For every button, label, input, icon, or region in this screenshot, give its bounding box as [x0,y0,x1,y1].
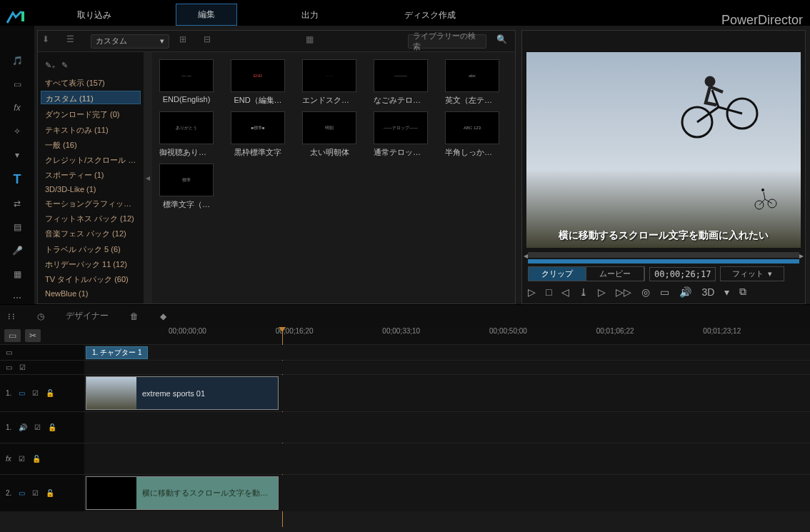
category-item[interactable]: スポーティー (1) [41,168,141,180]
chapter-marker[interactable]: 1. チャプター 1 [86,346,148,359]
scrub-left-icon[interactable]: ◂ [524,251,528,261]
pen-icon[interactable]: ✎ [61,61,68,70]
category-item[interactable]: ホリデーパック 11 (12) [41,257,141,269]
track-lock-icon[interactable]: 🔓 [46,389,54,397]
track-lock-icon[interactable]: 🔓 [46,489,54,497]
search-icon[interactable]: 🔍 [496,34,511,49]
motion-room-icon[interactable]: ▾ [9,149,26,162]
track-visible-checkbox[interactable]: ☑ [19,363,26,371]
title-room-icon[interactable]: T [9,172,26,187]
category-item[interactable]: 音楽フェス パック (12) [41,226,141,239]
category-item[interactable]: モーショングラフィック (14) [41,196,141,209]
title-template[interactable]: ありがとう御視聴ありが… [159,111,214,158]
title-template[interactable]: · · ·エンドスクロール [302,59,356,106]
zoom-dropdown[interactable]: フィット ▾ [720,266,784,281]
chapter-room-icon[interactable]: ▦ [9,267,26,281]
category-item[interactable]: すべて表示 (157) [41,76,141,88]
designer-button[interactable]: デザイナー [66,310,109,322]
category-item[interactable]: フィットネス パック (12) [41,211,141,224]
bmx-rider-large-icon [665,58,772,144]
tab-import[interactable]: 取り込み [56,5,133,26]
pen-add-icon[interactable]: ✎₊ [45,61,56,70]
volume-icon[interactable]: 🔊 [679,286,691,298]
title-template[interactable]: 明朝太い明朝体 [302,111,356,158]
new-folder-icon[interactable]: ⊞ [179,34,194,49]
category-item[interactable]: NewBlue (1) [41,287,141,298]
category-item[interactable]: カスタム (11) [41,91,141,104]
fast-forward-icon[interactable]: ▷▷ [616,286,631,298]
subtitle-room-icon[interactable]: ⋯ [9,291,26,304]
popout-icon[interactable]: ⧉ [739,286,746,298]
category-item[interactable]: クレジット/スクロール (1) [41,153,141,165]
category-item[interactable]: TV タイトルパック (60) [41,272,141,284]
tab-output[interactable]: 出力 [280,5,340,26]
title-template[interactable]: 標準標準文字（… [159,164,214,210]
media-room-icon[interactable]: 🎵 [9,54,26,68]
category-item[interactable]: トラベル パック 5 (6) [41,242,141,254]
collapse-panel-icon[interactable]: ◂ [146,173,150,183]
title-template[interactable]: ENDEND（編集… [231,59,285,106]
title-template[interactable]: abc英文（左テロ… [445,59,499,106]
snapshot-icon[interactable]: ◎ [641,286,650,298]
category-item[interactable]: 一般 (16) [41,138,141,150]
title-template[interactable]: ——テロップ——通常テロップ… [374,111,428,158]
grid-view-icon[interactable]: ▦ [306,34,320,49]
title-template[interactable]: — —END(English) [159,59,214,106]
library-search-input[interactable]: ライブラリーの検索 [408,34,486,49]
category-item[interactable]: 3D/3D-Like (1) [41,183,141,194]
split-icon[interactable]: ⫶⫶ [7,311,16,321]
title-clip[interactable]: 横に移動するスクロール文字を動画に入れたい [86,476,279,510]
track-visible-checkbox[interactable]: ☑ [19,455,25,463]
mode-movie[interactable]: ムービー [586,267,644,281]
title-template[interactable]: ■標準■黒枠標準文字 [231,111,285,158]
track-number: 2. [6,489,11,497]
next-frame-icon[interactable]: ▷ [598,286,606,298]
scrub-right-icon[interactable]: ▸ [799,251,804,261]
timeline-ruler[interactable]: ▭ ✂ 00;00;00;00 00;00;16;20 00;00;33;10 … [0,327,810,344]
threeD-icon[interactable]: 3D [701,286,714,298]
fx-room-icon[interactable]: fx [9,101,26,115]
ruler-tick: 00;00;16;20 [276,327,383,344]
chevron-down-icon: ▾ [160,36,164,46]
preview-viewport[interactable]: 横に移動するスクロール文字を動画に入れたい [526,52,801,248]
title-template[interactable]: ———なごみテロップ [374,59,428,106]
brand-label: PowerDirector [721,13,803,28]
preview-quality-icon[interactable]: ▭ [660,286,669,298]
library-menu-icon[interactable]: ☰ [66,34,81,49]
mode-clip[interactable]: クリップ [529,267,586,281]
category-item[interactable]: ダウンロード完了 (0) [41,107,141,119]
stop-icon[interactable]: □ [546,286,551,298]
cut-mode-icon[interactable]: ✂ [25,329,41,342]
video-clip[interactable]: extreme sports 01 [86,376,279,410]
track-visible-checkbox[interactable]: ☑ [32,489,39,497]
tab-disc[interactable]: ディスク作成 [383,5,477,26]
preview-timecode[interactable]: 00;00;26;17 [649,267,716,281]
preview-caption: 横に移動するスクロール文字を動画に入れたい [526,229,801,242]
title-template[interactable]: ABC 123半角しっかり… [445,111,499,158]
movie-mode-icon[interactable]: ▭ [4,329,21,342]
play-icon[interactable]: ▷ [528,286,536,298]
keyframe-icon[interactable]: ◆ [160,311,166,321]
track-visible-checkbox[interactable]: ☑ [32,389,39,397]
import-media-icon[interactable]: ⬇ [42,34,56,49]
track-lock-icon[interactable]: 🔓 [32,455,41,463]
chevron-down-icon[interactable]: ▾ [724,286,729,298]
audio-room-icon[interactable]: ▤ [9,220,26,234]
category-dropdown[interactable]: カスタム ▾ [91,34,169,49]
voice-room-icon[interactable]: 🎤 [9,244,26,257]
prev-frame-icon[interactable]: ◁ [561,286,569,298]
particle-room-icon[interactable]: ✧ [9,125,26,139]
track-lock-icon[interactable]: 🔓 [48,423,56,431]
category-item[interactable]: テキストのみ (11) [41,123,141,135]
preview-scrub[interactable]: ◂ ▸ [528,252,799,258]
trash-icon[interactable]: 🗑 [130,311,139,321]
timeline-panel: ▭ ✂ 00;00;00;00 00;00;16;20 00;00;33;10 … [0,327,810,511]
clip-thumbnail [86,377,136,409]
transition-room-icon[interactable]: ⇄ [9,197,26,211]
pip-room-icon[interactable]: ▭ [9,78,26,91]
track-visible-checkbox[interactable]: ☑ [34,423,41,431]
tab-edit[interactable]: 編集 [176,4,237,26]
clock-icon[interactable]: ◷ [37,311,44,321]
mark-in-icon[interactable]: ⤓ [579,286,588,298]
remove-folder-icon[interactable]: ⊟ [204,34,218,49]
